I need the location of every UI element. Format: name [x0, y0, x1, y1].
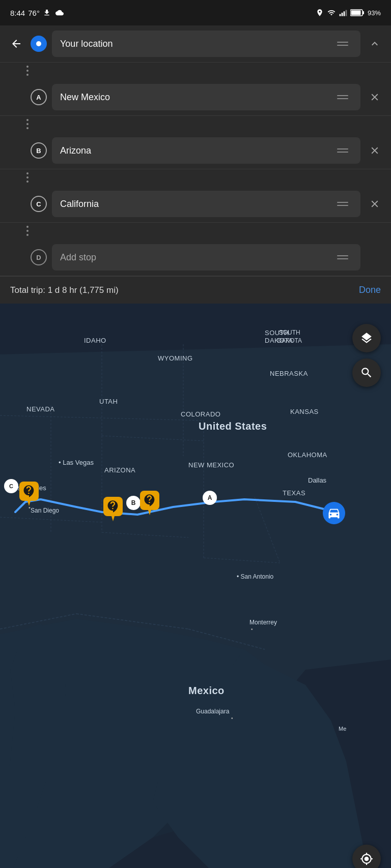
connector-dots-4	[0, 223, 391, 239]
collapse-button[interactable]	[366, 35, 384, 53]
svg-rect-5	[362, 11, 364, 14]
battery-icon	[350, 9, 365, 17]
map-area[interactable]: IDAHO WYOMING NEVADA UTAH COLORADO KANSA…	[0, 304, 391, 868]
map-svg	[0, 304, 391, 868]
waypoint-d-row[interactable]: D Add stop	[0, 239, 391, 276]
kansas-label: KANSAS	[290, 408, 319, 415]
drag-handle	[333, 40, 352, 48]
svg-rect-0	[340, 14, 341, 16]
texas-label: TEXAS	[283, 489, 305, 497]
waypoint-a-row[interactable]: A New Mexico	[0, 79, 391, 116]
guadalajara-label: Guadalajara	[196, 708, 229, 715]
your-location-icon	[31, 36, 47, 52]
your-location-input[interactable]: Your location	[52, 31, 360, 57]
svg-rect-3	[346, 10, 347, 16]
nevada-label: NEVADA	[26, 405, 55, 413]
arizona-label: ARIZONA	[104, 466, 135, 474]
signal-icon	[339, 9, 347, 17]
connector-dots-1	[0, 63, 391, 79]
navigation-panel: Your location A New Mexico	[0, 25, 391, 276]
construction-marker-2	[102, 497, 124, 521]
south-dakota-label-div: SOUTHDAKOTA	[277, 329, 302, 345]
svg-point-7	[36, 41, 41, 46]
waypoint-b-text: Arizona	[60, 145, 333, 156]
mexico-country-label: Mexico	[188, 685, 225, 697]
trip-bar: Total trip: 1 d 8 hr (1,775 mi) Done	[0, 276, 391, 304]
svg-rect-6	[351, 11, 360, 15]
connector-dots-3	[0, 169, 391, 186]
done-button[interactable]: Done	[359, 285, 381, 295]
waypoint-d-text: Add stop	[60, 252, 333, 263]
san-antonio-label: • San Antonio	[237, 573, 273, 580]
waypoint-a-input[interactable]: New Mexico	[52, 84, 360, 110]
waypoint-c-row[interactable]: C California	[0, 186, 391, 223]
new-mexico-label: NEW MEXICO	[188, 461, 234, 469]
guadalajara-dot: •	[231, 715, 233, 721]
status-right: 93%	[316, 9, 381, 17]
waypoint-a-text: New Mexico	[60, 92, 333, 103]
utah-label: UTAH	[99, 398, 118, 405]
waypoint-a-handle	[333, 93, 352, 101]
download-icon	[43, 9, 51, 17]
time: 8:44	[10, 9, 25, 17]
construction-marker-1	[18, 482, 40, 506]
waypoint-c-handle	[333, 200, 352, 208]
us-country-label: United States	[199, 421, 267, 432]
status-left: 8:44 76°	[10, 9, 65, 17]
colorado-label: COLORADO	[181, 410, 220, 418]
back-button[interactable]	[7, 35, 25, 53]
monterrey-label: Monterrey	[249, 619, 277, 626]
your-location-text: Your location	[60, 39, 333, 49]
dallas-label: Dallas	[308, 476, 326, 484]
construction-marker-3	[138, 491, 161, 515]
car-marker	[323, 502, 345, 524]
status-bar: 8:44 76° 93%	[0, 0, 391, 25]
waypoint-c-close[interactable]	[366, 195, 384, 213]
layers-button[interactable]	[352, 324, 381, 352]
waypoint-b-close[interactable]	[366, 141, 384, 160]
oklahoma-label: OKLAHOMA	[288, 451, 327, 459]
las-vegas-label: • Las Vegas	[59, 459, 94, 466]
waypoint-b-input[interactable]: Arizona	[52, 137, 360, 164]
your-location-row[interactable]: Your location	[0, 25, 391, 63]
battery-percent: 93%	[368, 9, 381, 17]
san-diego-label: San Diego	[31, 507, 59, 514]
svg-rect-1	[342, 13, 343, 16]
waypoint-d-input[interactable]: Add stop	[52, 244, 360, 271]
idaho-label: IDAHO	[84, 337, 106, 344]
wifi-icon	[327, 9, 336, 17]
waypoint-c-text: California	[60, 199, 333, 209]
cloud-icon	[54, 9, 65, 17]
location-pin-icon	[316, 9, 324, 17]
map-marker-a: A	[203, 491, 217, 505]
waypoint-d-icon: D	[31, 249, 47, 265]
waypoint-b-row[interactable]: B Arizona	[0, 132, 391, 169]
monterrey-dot: •	[251, 626, 253, 632]
waypoint-a-icon: A	[31, 89, 47, 105]
wyoming-label: WYOMING	[158, 354, 193, 362]
waypoint-d-handle	[333, 253, 352, 261]
waypoint-a-close[interactable]	[366, 88, 384, 106]
map-search-button[interactable]	[352, 358, 381, 387]
svg-rect-2	[344, 11, 345, 16]
temperature: 76°	[28, 9, 40, 17]
map-marker-c: C	[4, 479, 18, 493]
waypoint-c-input[interactable]: California	[52, 191, 360, 217]
me-label: Me	[339, 726, 346, 732]
waypoint-c-icon: C	[31, 196, 47, 212]
connector-dots-2	[0, 116, 391, 132]
waypoint-b-handle	[333, 146, 352, 155]
nebraska-label: NEBRASKA	[270, 370, 308, 377]
trip-summary: Total trip: 1 d 8 hr (1,775 mi)	[10, 285, 119, 295]
waypoint-b-icon: B	[31, 142, 47, 159]
